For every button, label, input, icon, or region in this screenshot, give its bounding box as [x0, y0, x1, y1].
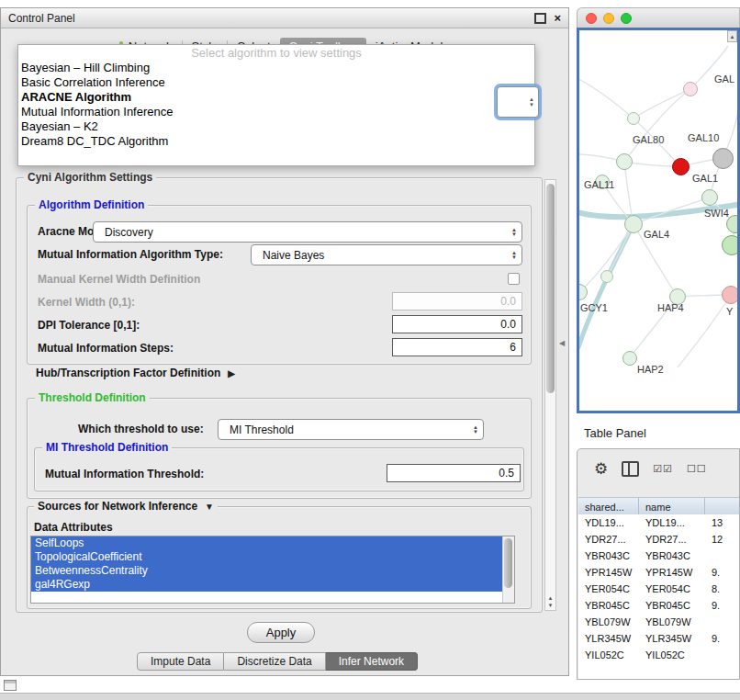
attributes-scrollbar[interactable] — [502, 536, 514, 603]
dropdown-placeholder: Select algorithm to view settings — [18, 45, 534, 61]
settings-scrollbar-thumb[interactable] — [546, 184, 555, 393]
scroll-up-icon[interactable]: ▲ — [548, 595, 554, 601]
table-row[interactable]: YER054CYER054C8. — [578, 581, 739, 597]
combo-arrows-icon: ▲▼ — [511, 228, 517, 237]
node-label: Y — [726, 306, 733, 317]
table-row[interactable]: YBR045CYBR045C9. — [578, 597, 739, 614]
table-cell: 13 — [705, 517, 739, 528]
table-body: YDL19...YDL19...13YDR27...YDR27...12YBR0… — [578, 514, 739, 679]
network-node[interactable] — [627, 112, 640, 125]
network-node[interactable] — [624, 215, 643, 233]
manual-kernel-checkbox[interactable] — [508, 273, 520, 285]
network-node[interactable] — [701, 189, 718, 206]
column-header-shared-name[interactable]: shared... — [578, 498, 639, 515]
node-label: GAL4 — [644, 229, 669, 240]
docked-panel-icon[interactable] — [4, 680, 17, 691]
mi-threshold-value: 0.5 — [499, 467, 514, 480]
hub-definition-disclosure[interactable]: Hub/Transcription Factor Definition ▶ — [36, 367, 235, 379]
attribute-item[interactable]: TopologicalCoefficient — [31, 550, 502, 564]
table-panel-title: Table Panel — [584, 426, 646, 440]
attribute-items: SelfLoopsTopologicalCoefficientBetweenne… — [31, 536, 514, 592]
column-header-name[interactable]: name — [639, 498, 705, 515]
table-row[interactable]: YPR145WYPR145W9. — [578, 564, 739, 581]
scrollbar-arrows[interactable]: ▲▼ — [545, 595, 555, 608]
attributes-scrollbar-thumb[interactable] — [504, 538, 512, 588]
network-node[interactable] — [622, 351, 637, 366]
mi-algorithm-type-value: Naive Bayes — [263, 249, 324, 262]
network-node[interactable] — [672, 158, 690, 175]
unchecked-columns-icon[interactable]: ☐☐ — [687, 463, 707, 475]
close-icon[interactable]: × — [554, 12, 561, 24]
close-traffic-light-icon[interactable] — [586, 13, 597, 24]
attribute-item[interactable]: SelfLoops — [31, 536, 502, 550]
network-edges — [579, 30, 737, 411]
algorithm-option[interactable]: Mutual Information Inference — [18, 105, 534, 119]
tab-infer-network[interactable]: Infer Network — [326, 652, 418, 671]
algorithm-option[interactable]: Dream8 DC_TDC Algorithm — [18, 134, 534, 149]
sources-disclosure[interactable]: Sources for Network Inference ▼ — [34, 500, 218, 513]
column-header-extra[interactable] — [705, 498, 739, 515]
node-label: GAL80 — [633, 134, 664, 145]
table-cell: YBL079W — [578, 616, 639, 627]
network-canvas[interactable]: GALGAL80GAL10GAL11GAL1SWI4GAL4GCY1HAP4YH… — [577, 28, 740, 413]
table-row[interactable]: YLR345WYLR345W9. — [578, 630, 739, 647]
mi-steps-field[interactable]: 6 — [392, 338, 522, 356]
network-node[interactable] — [712, 148, 734, 169]
table-cell: YDR27... — [639, 534, 705, 545]
algorithm-option[interactable]: Basic Correlation Inference — [18, 75, 534, 90]
table-row[interactable]: YBR043CYBR043C — [578, 548, 739, 564]
table-cell: YBL079W — [639, 616, 705, 627]
gear-icon[interactable]: ⚙ — [594, 461, 608, 477]
tab-discretize-data[interactable]: Discretize Data — [224, 652, 325, 671]
apply-button[interactable]: Apply — [247, 622, 315, 643]
panel-collapse-icon[interactable]: ◀ — [559, 339, 565, 347]
spinner-arrows-icon[interactable]: ▲▼ — [529, 96, 534, 107]
aracne-mode-value: Discovery — [105, 226, 153, 239]
algorithm-option-list: Bayesian – Hill ClimbingBasic Correlatio… — [18, 61, 534, 149]
checked-columns-icon[interactable]: ☑☑ — [653, 463, 673, 475]
dpi-tolerance-value: 0.0 — [500, 318, 516, 331]
algorithm-option[interactable]: ARACNE Algorithm — [18, 90, 534, 105]
minimize-traffic-light-icon[interactable] — [603, 13, 614, 24]
collapsed-arrow-icon: ▶ — [228, 368, 235, 378]
dpi-tolerance-field[interactable]: 0.0 — [392, 315, 522, 333]
node-label: GAL11 — [584, 179, 614, 190]
algorithm-option[interactable]: Bayesian – Hill Climbing — [18, 61, 534, 75]
aracne-mode-combobox[interactable]: Discovery ▲▼ — [93, 221, 522, 243]
kernel-width-field[interactable]: 0.0 — [392, 292, 522, 310]
data-attributes-listbox: SelfLoopsTopologicalCoefficientBetweenne… — [30, 536, 515, 604]
focused-spinner-field[interactable]: ▲▼ — [497, 86, 539, 118]
attribute-item[interactable]: BetweennessCentrality — [31, 564, 502, 578]
network-window-titlebar[interactable] — [577, 7, 740, 28]
mi-threshold-field[interactable]: 0.5 — [387, 464, 521, 482]
table-row[interactable]: YIL052CYIL052C — [578, 647, 739, 663]
node-label: SWI4 — [704, 208, 729, 219]
scroll-down-icon[interactable]: ▼ — [548, 603, 554, 608]
node-label: HAP4 — [657, 302, 684, 313]
settings-scrollbar[interactable]: ▲▼ — [544, 179, 556, 611]
attribute-item[interactable]: gal4RGexp — [31, 578, 502, 592]
zoom-traffic-light-icon[interactable] — [621, 13, 632, 24]
network-node[interactable] — [600, 270, 613, 283]
algorithm-option[interactable]: Bayesian – K2 — [18, 119, 534, 134]
combo-arrows-icon: ▲▼ — [473, 425, 478, 435]
network-node[interactable] — [616, 153, 633, 170]
table-header: shared... name — [578, 497, 739, 516]
mi-algorithm-type-label: Mutual Information Algorithm Type: — [38, 248, 223, 261]
network-node[interactable] — [722, 235, 740, 255]
table-row[interactable]: YBL079WYBL079W — [578, 614, 739, 630]
network-node[interactable] — [683, 82, 698, 96]
table-cell: YBR045C — [578, 600, 639, 611]
table-row[interactable]: YDR27...YDR27...12 — [578, 531, 739, 548]
network-node[interactable] — [722, 286, 740, 304]
table-cell: YBR045C — [639, 600, 705, 611]
columns-icon[interactable] — [622, 461, 639, 477]
which-threshold-combobox[interactable]: MI Threshold ▲▼ — [218, 419, 484, 440]
table-row[interactable]: YDL19...YDL19...13 — [578, 514, 739, 531]
mi-algorithm-type-combobox[interactable]: Naive Bayes ▲▼ — [251, 244, 522, 265]
table-cell: YIL052C — [639, 649, 705, 660]
float-icon[interactable] — [534, 13, 546, 24]
canvas-scroll-up-icon[interactable]: ▲ — [727, 30, 737, 42]
tab-impute-data[interactable]: Impute Data — [137, 652, 224, 671]
expanded-arrow-icon: ▼ — [205, 502, 214, 512]
